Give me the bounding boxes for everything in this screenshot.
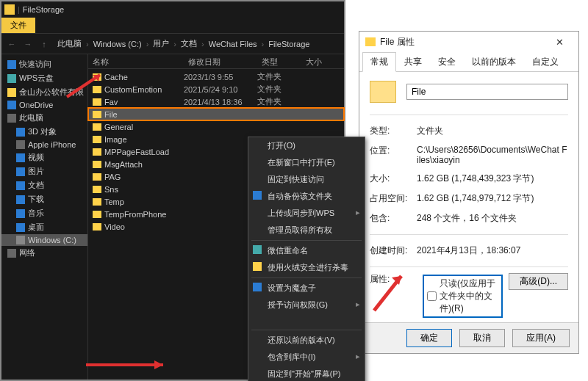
menu-icon <box>253 245 262 254</box>
menu-item[interactable]: 包含到库中(I) <box>248 349 365 366</box>
breadcrumb[interactable]: 此电脑›Windows (C:)›用户›文档›WeChat Files›File… <box>53 37 314 51</box>
col-type[interactable]: 类型 <box>257 54 301 68</box>
breadcrumb-item[interactable]: WeChat Files <box>204 38 262 50</box>
col-size[interactable]: 大小 <box>301 54 338 68</box>
property-value: 248 个文件，16 个文件夹 <box>417 212 568 225</box>
sidebar-item[interactable]: 3D 对象 <box>1 125 87 139</box>
sidebar-item[interactable]: 此电脑 <box>1 111 87 125</box>
property-value: 文件夹 <box>417 125 568 137</box>
menu-item-label: 管理员取得所有权 <box>268 225 332 234</box>
sidebar-item[interactable]: 图片 <box>1 164 87 178</box>
folder-icon <box>16 153 25 162</box>
menu-item-label: 设置为魔盒子 <box>268 283 316 292</box>
menu-item[interactable]: 上传或同步到WPS <box>248 205 365 222</box>
sidebar-item[interactable]: 文档 <box>1 178 87 192</box>
menu-item[interactable]: 管理员取得所有权 <box>248 222 365 239</box>
file-date: 2023/1/3 9:55 <box>184 73 257 81</box>
folder-icon <box>7 114 16 123</box>
dialog-tab[interactable]: 常规 <box>362 52 396 72</box>
dialog-body: 类型:文件夹位置:C:\Users\82656\Documents\WeChat… <box>359 72 578 344</box>
sidebar-item-label: 音乐 <box>28 208 44 219</box>
sidebar-item[interactable]: WPS云盘 <box>1 71 87 85</box>
sidebar-item[interactable]: OneDrive <box>1 99 87 111</box>
dialog-tab[interactable]: 自定义 <box>524 52 567 72</box>
file-name: TempFromPhone <box>104 210 166 219</box>
folder-icon <box>16 209 25 218</box>
menu-item[interactable]: 在新窗口中打开(E) <box>248 154 365 171</box>
breadcrumb-item[interactable]: 文档 <box>176 37 201 51</box>
menu-item-label: 上传或同步到WPS <box>268 208 334 217</box>
menu-item[interactable]: 使用火绒安全进行杀毒 <box>248 259 365 276</box>
divider <box>370 115 568 115</box>
nav-forward-icon[interactable]: → <box>21 37 35 51</box>
folder-icon <box>16 140 25 149</box>
file-row[interactable]: Cache2023/1/3 9:55文件夹 <box>88 70 344 83</box>
breadcrumb-item[interactable]: FileStorage <box>264 38 314 50</box>
menu-item[interactable]: 设置为魔盒子 <box>248 280 365 297</box>
menu-item[interactable]: 微信重命名 <box>248 242 365 259</box>
menu-item[interactable]: 授予访问权限(G) <box>248 297 365 313</box>
property-value: C:\Users\82656\Documents\WeChat Files\xi… <box>417 145 568 165</box>
property-key: 创建时间: <box>370 244 417 257</box>
sidebar-item[interactable]: 视频 <box>1 150 87 164</box>
sidebar-item[interactable]: 音乐 <box>1 206 87 220</box>
close-icon[interactable]: ✕ <box>546 37 573 48</box>
breadcrumb-item[interactable]: 此电脑 <box>53 37 86 51</box>
folder-icon <box>7 74 16 83</box>
col-date[interactable]: 修改日期 <box>184 54 257 68</box>
file-row[interactable]: File <box>88 108 344 120</box>
sidebar-item-label: 快速访问 <box>19 59 51 70</box>
file-row[interactable]: General <box>88 120 344 133</box>
folder-icon <box>93 223 101 231</box>
cancel-button[interactable]: 取消 <box>459 329 505 347</box>
folder-icon <box>16 128 25 137</box>
breadcrumb-item[interactable]: 用户 <box>148 37 173 51</box>
property-row: 位置:C:\Users\82656\Documents\WeChat Files… <box>370 141 568 169</box>
file-date: 2021/4/13 18:36 <box>184 98 257 106</box>
file-type: 文件夹 <box>257 84 301 95</box>
property-row: 创建时间:2021年4月13日，18:36:07 <box>370 241 568 261</box>
file-name: Video <box>104 222 125 231</box>
dialog-buttons: 确定 取消 应用(A) <box>359 322 578 353</box>
col-name[interactable]: 名称 <box>88 54 184 68</box>
dialog-tab[interactable]: 共享 <box>396 52 430 72</box>
sidebar-item[interactable]: 网络 <box>1 246 87 260</box>
ribbon-tab-file[interactable]: 文件 <box>1 18 35 33</box>
breadcrumb-item[interactable]: Windows (C:) <box>89 38 146 50</box>
sidebar-item[interactable]: 下载 <box>1 192 87 206</box>
readonly-checkbox[interactable]: 只读(仅应用于文件夹中的文件)(R) <box>423 275 503 318</box>
folder-icon <box>7 88 16 97</box>
ok-button[interactable]: 确定 <box>406 329 452 347</box>
sidebar-item[interactable]: Windows (C:) <box>1 234 87 246</box>
folder-icon <box>93 123 101 131</box>
dialog-titlebar: File 属性 ✕ <box>359 32 578 52</box>
advanced-button[interactable]: 高级(D)... <box>509 273 568 290</box>
sidebar-item[interactable]: Apple iPhone <box>1 139 87 150</box>
menu-item[interactable]: 固定到"开始"屏幕(P) <box>248 366 365 381</box>
sidebar-item[interactable]: 金山办公软件有限 <box>1 85 87 99</box>
menu-item-label: 在新窗口中打开(E) <box>268 158 335 167</box>
filename-input[interactable] <box>406 84 568 100</box>
dialog-tab[interactable]: 安全 <box>430 52 464 72</box>
nav-up-icon[interactable]: ↑ <box>37 37 51 51</box>
folder-icon <box>93 198 101 206</box>
folder-icon <box>93 173 101 181</box>
menu-item[interactable]: 自动备份该文件夹 <box>248 188 365 205</box>
nav-back-icon[interactable]: ← <box>4 37 19 51</box>
menu-item[interactable]: 固定到快速访问 <box>248 171 365 188</box>
column-headers[interactable]: 名称 修改日期 类型 大小 <box>88 54 344 69</box>
apply-button[interactable]: 应用(A) <box>512 329 570 347</box>
menu-item[interactable]: 还原以前的版本(V) <box>248 332 365 349</box>
menu-item[interactable]: 打开(O) <box>248 137 365 154</box>
separator: | <box>18 5 20 14</box>
sidebar-item-label: Windows (C:) <box>28 236 76 244</box>
folder-icon <box>7 60 16 69</box>
sidebar-item[interactable]: 快速访问 <box>1 57 87 71</box>
file-name: Temp <box>104 197 124 206</box>
dialog-tab[interactable]: 以前的版本 <box>464 52 524 72</box>
folder-icon <box>93 136 101 143</box>
file-row[interactable]: CustomEmotion2021/5/24 9:10文件夹 <box>88 83 344 95</box>
sidebar-item[interactable]: 桌面 <box>1 220 87 234</box>
file-row[interactable]: Fav2021/4/13 18:36文件夹 <box>88 95 344 108</box>
file-pane: 名称 修改日期 类型 大小 Cache2023/1/3 9:55文件夹Custo… <box>88 54 344 380</box>
